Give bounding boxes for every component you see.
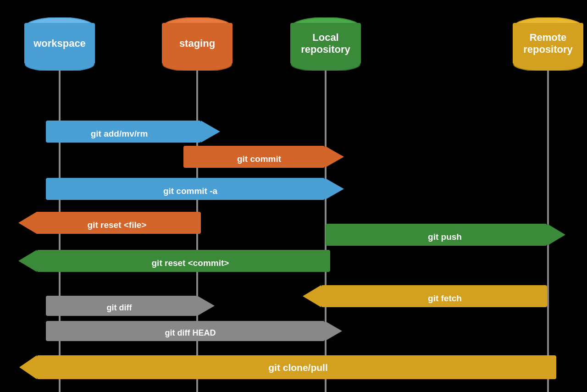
svg-point-19 bbox=[514, 58, 582, 71]
git-push-label: git push bbox=[428, 232, 462, 242]
git-commit-arrow-tip bbox=[325, 146, 344, 168]
git-reset-file-label: git reset <file> bbox=[88, 220, 147, 230]
git-fetch-label: git fetch bbox=[428, 293, 462, 303]
svg-point-13 bbox=[163, 58, 232, 71]
git-fetch-arrow-tip bbox=[303, 285, 321, 307]
staging-label: staging bbox=[179, 38, 215, 50]
git-diff-head-arrow-tip bbox=[325, 321, 342, 341]
diagram: git add/mv/rm git commit git commit -a g… bbox=[0, 0, 587, 392]
local-repo-cylinder: Local repository bbox=[290, 18, 361, 64]
git-diff-label: git diff bbox=[107, 303, 133, 312]
git-diff-head-label: git diff HEAD bbox=[165, 328, 216, 337]
git-add-label: git add/mv/rm bbox=[91, 129, 148, 138]
staging-cylinder: staging bbox=[162, 18, 233, 64]
svg-point-16 bbox=[291, 58, 360, 71]
git-reset-file-arrow-tip bbox=[18, 212, 37, 234]
local-repo-label: Local repository bbox=[301, 32, 350, 56]
git-clone-pull-arrow-tip bbox=[19, 355, 37, 379]
git-reset-commit-label: git reset <commit> bbox=[152, 258, 229, 268]
git-commit-a-arrow-tip bbox=[325, 178, 344, 200]
remote-repo-label: Remote repository bbox=[523, 32, 573, 56]
remote-repo-cylinder-bottom-svg bbox=[513, 58, 583, 71]
git-clone-pull-label: git clone/pull bbox=[268, 362, 328, 373]
workspace-label: workspace bbox=[33, 38, 86, 50]
local-repo-cylinder-bottom-svg bbox=[290, 58, 361, 71]
git-diff-arrow-tip bbox=[197, 296, 215, 316]
git-commit-a-label: git commit -a bbox=[163, 186, 218, 196]
git-commit-label: git commit bbox=[237, 154, 282, 164]
remote-repo-cylinder: Remote repository bbox=[513, 18, 583, 64]
git-push-arrow-tip bbox=[547, 224, 565, 246]
workspace-cylinder: workspace bbox=[24, 18, 95, 64]
git-reset-commit-arrow-tip bbox=[18, 250, 37, 272]
workspace-cylinder-bottom-svg bbox=[24, 58, 95, 71]
svg-point-10 bbox=[25, 58, 94, 71]
staging-cylinder-bottom-svg bbox=[162, 58, 233, 71]
git-add-arrow-tip bbox=[201, 121, 220, 143]
